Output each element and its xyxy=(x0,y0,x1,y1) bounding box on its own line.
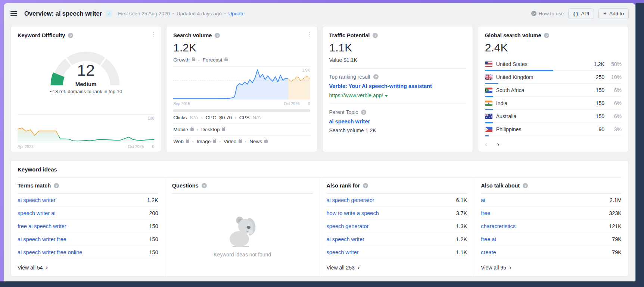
keyword-link[interactable]: create xyxy=(481,249,612,255)
kd-card-title: Keyword Difficulty xyxy=(18,32,65,38)
country-row: United Kingdom 250 10% xyxy=(485,71,622,84)
hamburger-menu-icon[interactable] xyxy=(10,11,17,16)
keyword-link[interactable]: free xyxy=(481,210,609,216)
keyword-volume: 323K xyxy=(609,210,622,216)
keyword-volume: 1.3K xyxy=(456,223,467,229)
card-menu-icon[interactable]: ⋮ xyxy=(307,32,312,37)
help-icon[interactable]: ? xyxy=(523,183,528,188)
country-name: Australia xyxy=(496,113,584,119)
clicks-metrics-row: Clicks N/A • CPC $0.70 • CPS N/A xyxy=(173,112,310,124)
country-flag-icon xyxy=(485,127,492,132)
questions-empty-state: Keyword ideas not found xyxy=(172,194,313,259)
keyword-link[interactable]: speech writer xyxy=(327,249,456,255)
parent-topic-link[interactable]: ai speech writer xyxy=(329,119,466,124)
sv-card-title: Search volume xyxy=(173,32,212,38)
terms-match-column: Terms match ? ai speech writer 1.2K spee… xyxy=(18,178,165,276)
country-volume: 150 xyxy=(587,87,604,93)
growth-toggle[interactable]: Growth xyxy=(173,57,195,63)
news-toggle[interactable]: News xyxy=(249,139,268,144)
window-scrollbar-gutter[interactable] xyxy=(635,3,644,287)
keyword-link[interactable]: speech writer ai xyxy=(18,210,149,216)
help-icon[interactable]: ? xyxy=(54,183,59,188)
prev-page-icon[interactable]: ‹ xyxy=(485,141,487,148)
forecast-toggle[interactable]: Forecast xyxy=(203,57,228,63)
country-percent: 6% xyxy=(608,87,622,93)
kd-ymax-label: 100 xyxy=(148,116,155,120)
keyword-link[interactable]: free ai xyxy=(481,236,612,242)
how-to-use-link[interactable]: ? How to use xyxy=(531,11,564,16)
keyword-link[interactable]: ai speech writer xyxy=(18,197,147,203)
lock-icon xyxy=(224,59,228,61)
api-button[interactable]: { } API xyxy=(568,8,594,19)
keyword-volume: 79K xyxy=(612,236,622,242)
country-share-bar xyxy=(485,135,489,136)
help-icon[interactable]: ? xyxy=(68,33,73,38)
kd-subtitle: ~13 ref. domains to rank in top 10 xyxy=(18,89,154,94)
keyword-meta: First seen 25 Aug 2020 • Updated 4 days … xyxy=(118,11,245,16)
add-to-button[interactable]: + Add to xyxy=(598,8,629,19)
help-icon[interactable]: ? xyxy=(373,33,378,38)
also-talk-about-header: Also talk about xyxy=(481,183,520,189)
kd-ymin-label: 0 xyxy=(152,144,154,149)
next-page-icon[interactable]: › xyxy=(497,141,499,148)
chevron-down-icon xyxy=(385,95,388,97)
help-icon[interactable]: ? xyxy=(215,33,220,38)
help-icon[interactable]: ? xyxy=(544,33,549,38)
help-icon[interactable]: ? xyxy=(202,183,207,188)
chevron-right-icon: › xyxy=(358,264,360,271)
top-ranking-url-link[interactable]: https://www.verble.app/ xyxy=(329,92,466,98)
koala-illustration xyxy=(223,213,261,249)
questions-column: Questions ? Keyword ide xyxy=(165,178,320,276)
cpc-value: $0.70 xyxy=(219,115,232,120)
desktop-toggle[interactable]: Desktop xyxy=(201,127,225,132)
keyword-volume: 79K xyxy=(612,249,622,255)
keyword-link[interactable]: ai speech writer free online xyxy=(18,249,149,255)
country-volume-list: United States 1.2K 50% United Kingdom 25… xyxy=(485,58,622,136)
keyword-link[interactable]: ai speech generator xyxy=(327,197,456,203)
keyword-link[interactable]: characteristics xyxy=(481,223,609,229)
update-link[interactable]: Update xyxy=(228,11,245,16)
keyword-link[interactable]: speech generator xyxy=(327,223,456,229)
keyword-row: free ai 79K xyxy=(481,233,622,246)
plus-icon: + xyxy=(603,12,607,15)
desktop-label: Desktop xyxy=(201,127,220,132)
keyword-link[interactable]: ai speech writer free xyxy=(18,236,149,242)
keyword-info-badge[interactable]: i xyxy=(106,10,112,17)
video-toggle[interactable]: Video xyxy=(224,139,242,144)
keyword-link[interactable]: ai speech writer xyxy=(327,236,456,242)
web-toggle[interactable]: Web xyxy=(173,139,189,144)
lock-icon xyxy=(186,140,189,143)
help-icon[interactable]: ? xyxy=(373,74,379,79)
country-percent: 50% xyxy=(608,61,622,67)
help-icon[interactable]: ? xyxy=(363,183,368,188)
keyword-row: speech writer 1.1K xyxy=(327,246,467,259)
keyword-volume: 150 xyxy=(149,223,158,229)
keyword-link[interactable]: ai xyxy=(481,197,610,203)
country-name: South Africa xyxy=(496,87,584,93)
keyword-row: ai speech writer 1.2K xyxy=(18,194,158,207)
parent-topic-volume: Search volume 1.2K xyxy=(329,127,466,133)
view-all-also-talk-about[interactable]: View all 95 › xyxy=(481,259,622,276)
keyword-link[interactable]: free ai speech writer xyxy=(18,223,149,229)
view-all-terms-match[interactable]: View all 54 › xyxy=(18,259,158,276)
lock-icon xyxy=(213,140,216,143)
card-menu-icon[interactable]: ⋮ xyxy=(150,32,156,37)
keyword-row: characteristics 121K xyxy=(481,220,622,233)
view-all-also-rank-for[interactable]: View all 253 › xyxy=(327,259,467,276)
mobile-toggle[interactable]: Mobile xyxy=(173,127,194,132)
top-ranking-result-link[interactable]: Verble: Your AI speech-writing assistant xyxy=(329,83,466,89)
video-label: Video xyxy=(224,139,236,144)
clicks-value: N/A xyxy=(190,115,198,120)
kd-xstart-label: Apr 2023 xyxy=(18,144,34,149)
country-flag-icon xyxy=(485,62,492,67)
help-icon[interactable]: ? xyxy=(361,110,366,115)
parent-topic-label: Parent Topic xyxy=(329,109,358,115)
volume-chart-range-slider[interactable] xyxy=(173,109,310,112)
empty-state-text: Keyword ideas not found xyxy=(214,252,271,258)
country-volume: 250 xyxy=(587,74,604,80)
keyword-row: ai speech generator 6.1K xyxy=(327,194,467,207)
keyword-link[interactable]: how to write a speech xyxy=(327,210,456,216)
keyword-ideas-card: Keyword ideas Terms match ? ai speech wr… xyxy=(10,160,629,277)
country-name: India xyxy=(496,100,584,106)
image-toggle[interactable]: Image xyxy=(197,139,217,144)
